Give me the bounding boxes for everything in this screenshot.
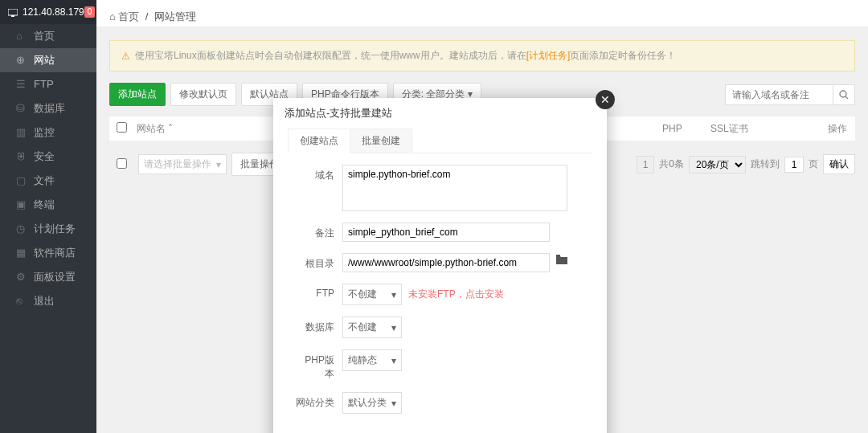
root-label: 根目录 (296, 253, 342, 271)
root-input[interactable] (342, 253, 550, 272)
nav-files[interactable]: ▢文件 (0, 169, 96, 193)
nav-database[interactable]: ⛁数据库 (0, 96, 96, 121)
modal-form: 域名 simple.python-brief.com 备注 根目录 FTP 不创… (273, 153, 607, 428)
select-all-checkbox[interactable] (117, 122, 127, 133)
note-input[interactable] (342, 223, 550, 242)
breadcrumb: ⌂ 首页 / 网站管理 (96, 0, 868, 27)
nav-terminal[interactable]: ▣终端 (0, 193, 96, 217)
svg-rect-1 (11, 15, 14, 17)
breadcrumb-current: 网站管理 (154, 10, 196, 22)
close-button[interactable]: ✕ (596, 90, 615, 109)
ftp-icon: ☰ (16, 72, 27, 96)
col-ssl: SSL证书 (710, 122, 823, 136)
batch-checkbox[interactable] (117, 158, 127, 169)
search-input[interactable] (725, 84, 833, 105)
alert-link[interactable]: [计划任务] (526, 50, 571, 61)
monitor-icon (8, 0, 18, 24)
breadcrumb-home[interactable]: 首页 (118, 10, 139, 22)
col-op: 操作 (823, 122, 855, 136)
caret-down-icon: ▾ (391, 355, 396, 366)
ftp-hint: 未安装FTP，点击安装 (408, 284, 504, 301)
grid-icon: ▦ (16, 241, 27, 265)
warning-icon: ⚠ (121, 51, 130, 62)
goto-label: 跳转到 (751, 157, 780, 171)
sidebar-nav: ⌂首页 ⊕网站 ☰FTP ⛁数据库 ▥监控 ⛨安全 ▢文件 ▣终端 ◷计划任务 … (0, 24, 96, 313)
caret-down-icon: ▾ (391, 289, 396, 300)
notification-badge[interactable]: 0 (84, 6, 96, 18)
chart-icon: ▥ (16, 121, 27, 145)
home-icon: ⌂ (109, 10, 116, 22)
php-label: PHP版本 (296, 349, 342, 381)
tab-create[interactable]: 创建站点 (288, 129, 350, 153)
database-icon: ⛁ (16, 96, 27, 121)
nav-logout[interactable]: ⎋退出 (0, 289, 96, 313)
sidebar: 121.40.88.179 0 ⌂首页 ⊕网站 ☰FTP ⛁数据库 ▥监控 ⛨安… (0, 0, 96, 433)
svg-point-2 (840, 91, 846, 97)
globe-icon: ⊕ (16, 48, 27, 72)
db-label: 数据库 (296, 317, 342, 334)
caret-down-icon: ▾ (391, 398, 396, 409)
nav-ftp[interactable]: ☰FTP (0, 72, 96, 96)
ftp-label: FTP (296, 284, 342, 299)
shield-icon: ⛨ (16, 145, 27, 169)
edit-default-button[interactable]: 修改默认页 (170, 83, 236, 106)
nav-appstore[interactable]: ▦软件商店 (0, 241, 96, 265)
server-ip-header: 121.40.88.179 0 (0, 0, 96, 24)
exit-icon: ⎋ (16, 289, 27, 313)
nav-website[interactable]: ⊕网站 (0, 48, 96, 72)
php-select[interactable]: 纯静态▾ (342, 349, 402, 371)
col-php: PHP (662, 123, 710, 134)
sort-icon: ˄ (168, 123, 173, 134)
install-ftp-link[interactable]: 点击安装 (465, 288, 504, 300)
nav-home[interactable]: ⌂首页 (0, 24, 96, 48)
cat-label: 网站分类 (296, 392, 342, 410)
batch-select[interactable]: 请选择批量操作 ▾ (138, 154, 227, 174)
clock-icon: ◷ (16, 217, 27, 241)
svg-rect-0 (8, 9, 18, 15)
pagination: 1 共0条 20条/页 跳转到 页 确认 (637, 154, 855, 174)
page-current[interactable]: 1 (637, 156, 655, 174)
per-page-select[interactable]: 20条/页 (689, 156, 746, 174)
category-select[interactable]: 默认分类▾ (342, 392, 402, 414)
nav-security[interactable]: ⛨安全 (0, 145, 96, 169)
server-ip: 121.40.88.179 (23, 0, 84, 24)
svg-line-3 (845, 96, 848, 99)
close-icon: ✕ (600, 93, 610, 106)
caret-down-icon: ▾ (216, 159, 221, 170)
nav-cron[interactable]: ◷计划任务 (0, 217, 96, 241)
goto-confirm-button[interactable]: 确认 (823, 154, 855, 174)
info-alert: ⚠ 使用宝塔Linux面板创建站点时会自动创建权限配置，统一使用www用户。建站… (109, 40, 855, 71)
domain-input[interactable]: simple.python-brief.com (342, 165, 567, 211)
folder-browse-icon[interactable] (556, 253, 567, 264)
search-button[interactable] (833, 84, 855, 105)
terminal-icon: ▣ (16, 193, 27, 217)
gear-icon: ⚙ (16, 265, 27, 289)
folder-icon: ▢ (16, 169, 27, 193)
modal-tabs: 创建站点 批量创建 (288, 129, 592, 153)
goto-input[interactable] (784, 157, 804, 173)
total-count: 共0条 (659, 157, 684, 171)
domain-label: 域名 (296, 165, 342, 182)
nav-settings[interactable]: ⚙面板设置 (0, 265, 96, 289)
ftp-select[interactable]: 不创建▾ (342, 284, 402, 305)
breadcrumb-sep: / (145, 10, 149, 22)
add-site-modal: ✕ 添加站点-支持批量建站 创建站点 批量创建 域名 simple.python… (273, 98, 607, 433)
note-label: 备注 (296, 223, 342, 240)
home-icon: ⌂ (16, 24, 27, 48)
col-name[interactable]: 网站名 ˄ (133, 122, 294, 136)
alert-text: 使用宝塔Linux面板创建站点时会自动创建权限配置，统一使用www用户。建站成功… (135, 49, 676, 63)
add-site-button[interactable]: 添加站点 (109, 83, 166, 106)
page-suffix: 页 (809, 157, 818, 171)
tab-batch-create[interactable]: 批量创建 (350, 129, 412, 153)
nav-monitor[interactable]: ▥监控 (0, 121, 96, 145)
modal-title: 添加站点-支持批量建站 (273, 98, 607, 129)
search-icon (839, 90, 849, 100)
caret-down-icon: ▾ (391, 322, 396, 333)
db-select[interactable]: 不创建▾ (342, 317, 402, 338)
